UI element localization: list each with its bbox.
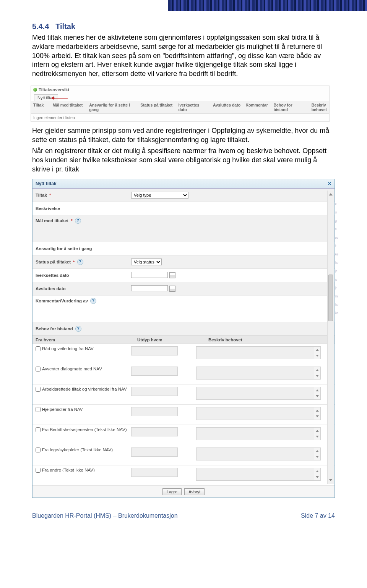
section-title: Tiltak	[55, 22, 75, 31]
required-star: *	[71, 218, 72, 223]
select-tiltak-type[interactable]: Velg type	[131, 192, 188, 199]
col-iverksettes: Iverksettes dato	[176, 101, 211, 113]
bistand-utdyp-input[interactable]	[131, 407, 178, 416]
row-kommentar: Kommentar/Vurdering av?	[32, 296, 335, 322]
col-ansvarlig: Ansvarlig for å sette i gang	[87, 101, 138, 113]
section-number: 5.4.4	[32, 22, 49, 31]
bistand-col-utdyp: Utdyp hvem	[134, 336, 205, 344]
textarea-scrollbar[interactable]	[314, 347, 320, 359]
overview-columns: Tiltak Mål med tiltaket Ansvarlig for å …	[31, 101, 329, 114]
bistand-beskriv-input[interactable]	[196, 387, 321, 400]
help-icon[interactable]: ?	[75, 326, 81, 332]
bistand-row: Avventer dialogmøte med NAV	[32, 364, 335, 384]
bistand-utdyp-input[interactable]	[131, 468, 178, 477]
bistand-checkbox[interactable]	[36, 447, 41, 452]
cancel-button[interactable]: Avbryt	[184, 488, 205, 495]
bistand-row: Hjelpemidler fra NAV	[32, 405, 335, 425]
bistand-checkbox[interactable]	[36, 427, 41, 432]
col-avsluttes: Avsluttes dato	[211, 101, 243, 113]
bistand-label: Fra andre (Tekst Ikke NAV)	[42, 468, 95, 472]
bistand-label: Råd og veiledning fra NAV	[42, 346, 94, 351]
status-dot-icon	[33, 88, 37, 92]
textarea-scrollbar[interactable]	[314, 448, 320, 460]
scrollbar-thumb[interactable]	[328, 275, 333, 321]
bistand-checkbox[interactable]	[36, 407, 41, 412]
row-status: Status på tiltaket*? Velg status	[32, 255, 335, 269]
row-beskrivelse: Beskrivelse	[32, 202, 335, 215]
screenshot-nytt-tiltak-dialog: Nytt tiltak ✕ Tiltak* Velg type Beskrive…	[32, 179, 335, 498]
paragraph-1: Med tiltak menes her de aktivitetene som…	[32, 33, 335, 79]
bistand-checkbox[interactable]	[36, 346, 41, 351]
col-behov: Behov for bistand	[271, 101, 309, 113]
close-icon[interactable]: ✕	[328, 181, 331, 186]
select-status[interactable]: Velg status	[131, 258, 162, 265]
bistand-utdyp-input[interactable]	[131, 427, 178, 436]
calendar-icon[interactable]	[169, 286, 175, 292]
bistand-beskriv-input[interactable]	[196, 346, 321, 359]
bistand-row: Arbeidsrettede tiltak og virkemiddel fra…	[32, 384, 335, 405]
section-heading: 5.4.4 Tiltak	[32, 22, 335, 31]
bistand-utdyp-input[interactable]	[131, 387, 178, 396]
bistand-utdyp-input[interactable]	[131, 367, 178, 376]
dialog-scrollbar[interactable]	[327, 191, 334, 484]
bistand-checkbox[interactable]	[36, 387, 41, 392]
bistand-beskriv-input[interactable]	[196, 468, 321, 481]
help-icon[interactable]: ?	[75, 218, 81, 224]
bistand-checkbox[interactable]	[36, 367, 41, 372]
paragraph-2: Her gjelder samme prinsipp som ved andre…	[32, 126, 335, 145]
textarea-scrollbar[interactable]	[314, 407, 320, 420]
bistand-row: Fra Bedriftshelsetjenesten (Tekst Ikke N…	[32, 425, 335, 445]
textarea-scrollbar[interactable]	[314, 428, 320, 440]
col-beskriv: Beskriv behovet	[309, 101, 329, 113]
bistand-utdyp-input[interactable]	[131, 346, 178, 355]
bistand-utdyp-input[interactable]	[131, 447, 178, 457]
footer-left: Bluegarden HR-Portal (HMS) – Brukerdokum…	[32, 512, 178, 519]
paragraph-3: Når en registrerer tiltak er det mulig å…	[32, 147, 335, 174]
bistand-label: Avventer dialogmøte med NAV	[42, 367, 102, 371]
required-star: *	[73, 260, 75, 264]
input-iverksettes-dato[interactable]	[131, 272, 168, 278]
dialog-title-bar: Nytt tiltak ✕	[32, 179, 335, 189]
bistand-beskriv-input[interactable]	[196, 447, 321, 460]
row-iverksettes: Iverksettes dato	[32, 269, 335, 282]
bistand-header: Fra hvem Utdyp hvem Beskriv behovet	[32, 336, 335, 344]
label-tiltak: Tiltak	[36, 193, 47, 197]
red-arrow-annotation	[52, 98, 68, 99]
row-maal: Mål med tiltaket*?	[32, 215, 335, 242]
calendar-icon[interactable]	[169, 272, 175, 278]
empty-list-text: Ingen elementer i listen	[31, 114, 329, 121]
bistand-row: Fra andre (Tekst Ikke NAV)	[32, 465, 335, 486]
col-maal: Mål med tiltaket	[50, 101, 87, 113]
row-behov: Behov for bistand?	[32, 322, 335, 336]
bistand-label: Arbeidsrettede tiltak og virkemiddel fra…	[42, 387, 127, 391]
textarea-scrollbar[interactable]	[314, 387, 320, 399]
label-beskrivelse: Beskrivelse	[36, 206, 60, 211]
bistand-row: Fra lege/sykepleier (Tekst Ikke NAV)	[32, 445, 335, 465]
required-star: *	[49, 193, 51, 197]
row-avsluttes: Avsluttes dato	[32, 282, 335, 296]
label-ansvarlig: Ansvarlig for å sette i gang	[36, 246, 92, 251]
dialog-buttons: Lagre Avbryt	[32, 486, 335, 498]
help-icon[interactable]: ?	[77, 259, 83, 265]
bistand-beskriv-input[interactable]	[196, 367, 321, 380]
bistand-beskriv-input[interactable]	[196, 427, 321, 440]
save-button[interactable]: Lagre	[162, 488, 182, 495]
bistand-label: Fra lege/sykepleier (Tekst Ikke NAV)	[42, 447, 113, 452]
row-ansvarlig: Ansvarlig for å sette i gang	[32, 242, 335, 255]
background-ghost-text: xugeevitkekejejejemkeke	[335, 200, 340, 483]
col-tiltak: Tiltak	[31, 101, 50, 113]
col-status: Status på tiltaket	[138, 101, 176, 113]
label-behov: Behov for bistand	[36, 326, 73, 331]
top-decoration-bar	[168, 0, 367, 11]
overview-header: Tiltaksoversikt	[39, 87, 69, 92]
col-kommentar: Kommentar	[243, 101, 271, 113]
bistand-beskriv-input[interactable]	[196, 407, 321, 420]
textarea-scrollbar[interactable]	[314, 468, 320, 480]
bistand-checkbox[interactable]	[36, 468, 41, 473]
bistand-label: Fra Bedriftshelsetjenesten (Tekst Ikke N…	[42, 427, 127, 432]
textarea-scrollbar[interactable]	[314, 367, 320, 379]
row-tiltak: Tiltak* Velg type	[32, 189, 335, 202]
footer-right: Side 7 av 14	[301, 512, 335, 519]
help-icon[interactable]: ?	[90, 298, 96, 304]
input-avsluttes-dato[interactable]	[131, 285, 168, 291]
